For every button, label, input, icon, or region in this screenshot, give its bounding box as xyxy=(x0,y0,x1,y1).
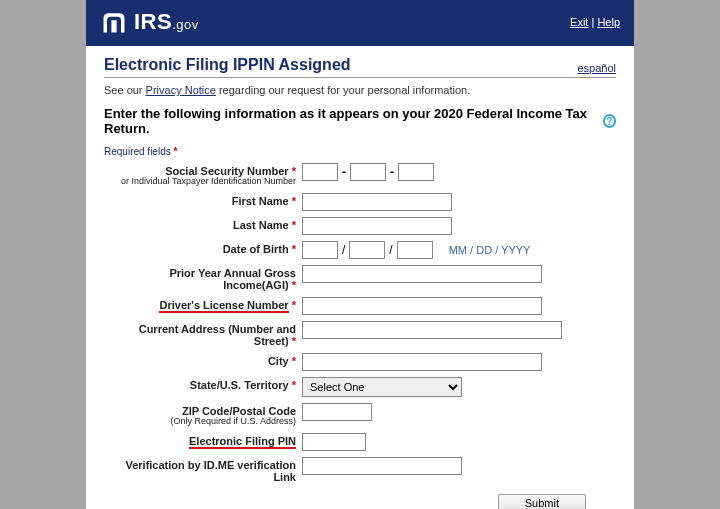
zip-label: ZIP Code/Postal Code(Only Required if U.… xyxy=(104,403,302,427)
license-label: Driver's License Number * xyxy=(104,297,302,313)
dash: - xyxy=(342,165,346,179)
dob-label: Date of Birth * xyxy=(104,241,302,255)
required-fields-note: Required fields * xyxy=(104,146,616,157)
page-title: Electronic Filing IPPIN Assigned xyxy=(104,56,351,74)
header: IRS.gov Exit | Help xyxy=(86,0,634,46)
espanol-link[interactable]: español xyxy=(577,62,616,74)
pin-label: Electronic Filing PIN xyxy=(104,433,302,449)
ssn-label: Social Security Number *or Individual Ta… xyxy=(104,163,302,187)
slash: / xyxy=(389,243,392,257)
ssn-3-input[interactable] xyxy=(398,163,434,181)
ssn-2-input[interactable] xyxy=(350,163,386,181)
first-name-label: First Name * xyxy=(104,193,302,207)
header-links: Exit | Help xyxy=(570,16,620,28)
dob-hint: MM / DD / YYYY xyxy=(449,244,531,256)
instruction-text: Enter the following information as it ap… xyxy=(104,106,616,136)
dob-yyyy-input[interactable] xyxy=(397,241,433,259)
address-label: Current Address (Number and Street) * xyxy=(104,321,302,347)
last-name-label: Last Name * xyxy=(104,217,302,231)
help-icon[interactable]: ? xyxy=(603,114,616,128)
verify-label: Verification by ID.ME verification Link xyxy=(104,457,302,483)
first-name-input[interactable] xyxy=(302,193,452,211)
dob-dd-input[interactable] xyxy=(349,241,385,259)
address-input[interactable] xyxy=(302,321,562,339)
privacy-notice: See our Privacy Notice regarding our req… xyxy=(104,84,616,96)
verify-input[interactable] xyxy=(302,457,462,475)
last-name-input[interactable] xyxy=(302,217,452,235)
state-label: State/U.S. Territory * xyxy=(104,377,302,391)
logo: IRS.gov xyxy=(100,8,199,36)
license-input[interactable] xyxy=(302,297,542,315)
help-link[interactable]: Help xyxy=(597,16,620,28)
submit-button[interactable]: Submit xyxy=(498,494,586,509)
agi-label: Prior Year Annual Gross Income(AGI) * xyxy=(104,265,302,291)
state-select[interactable]: Select One xyxy=(302,377,462,397)
city-input[interactable] xyxy=(302,353,542,371)
dob-mm-input[interactable] xyxy=(302,241,338,259)
city-label: City * xyxy=(104,353,302,367)
slash: / xyxy=(342,243,345,257)
agi-input[interactable] xyxy=(302,265,542,283)
zip-input[interactable] xyxy=(302,403,372,421)
privacy-notice-link[interactable]: Privacy Notice xyxy=(146,84,216,96)
exit-link[interactable]: Exit xyxy=(570,16,588,28)
dash: - xyxy=(390,165,394,179)
irs-eagle-icon xyxy=(100,8,128,36)
logo-text: IRS.gov xyxy=(134,9,199,35)
ssn-1-input[interactable] xyxy=(302,163,338,181)
pin-input[interactable] xyxy=(302,433,366,451)
